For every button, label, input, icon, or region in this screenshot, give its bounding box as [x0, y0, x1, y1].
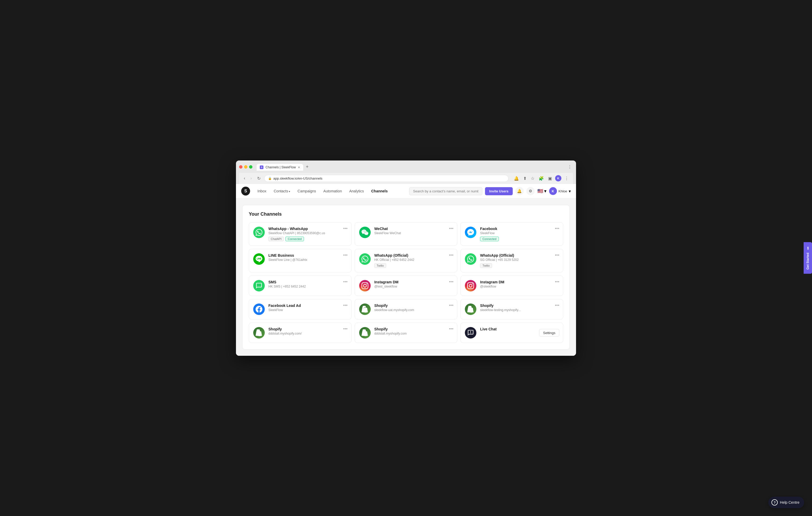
info-icon: ℹ: [806, 246, 810, 251]
nav-inbox[interactable]: Inbox: [254, 187, 269, 195]
nav-automation[interactable]: Automation: [320, 187, 345, 195]
channel-info-facebook: Facebook SleekFlow Connected: [480, 226, 559, 241]
chrome-user-avatar[interactable]: K: [555, 175, 561, 181]
channel-sub: SleekFlow Line | @761aihtx: [268, 258, 347, 262]
channel-badges: Twilio: [480, 263, 559, 268]
channel-card-instagram-test: Instagram DM @test_sleekflow •••: [355, 275, 458, 296]
channel-menu-button[interactable]: •••: [449, 226, 454, 231]
channel-card-instagram-sleekflow: Instagram DM @sleekflow •••: [460, 275, 563, 296]
channel-card-whatsapp-sg: WhatsApp (Official) SG Official | +65 31…: [460, 249, 563, 272]
channel-badges: ChatAPI Connected: [268, 237, 347, 241]
invite-users-button[interactable]: Invite Users: [485, 187, 513, 195]
active-tab[interactable]: S Channels | SleekFlow ×: [257, 164, 303, 171]
channel-info-shopify-ddd1: Shopify dddstall.myshopify.com/: [268, 327, 347, 337]
get-started-button[interactable]: Get Started ℹ: [804, 242, 812, 274]
settings-gear-button[interactable]: ⚙: [526, 187, 535, 195]
minimize-button[interactable]: [244, 165, 248, 169]
channel-icon-instagram: [359, 280, 371, 292]
new-tab-button[interactable]: +: [304, 163, 311, 171]
channel-info-whatsapp-whatsapp: WhatsApp - WhatsApp Sleekflow ChatAPI | …: [268, 226, 347, 241]
channel-icon-line: [253, 253, 265, 265]
maximize-button[interactable]: [249, 165, 253, 169]
browser-window: S Channels | SleekFlow × + ⋮ ‹ › ↻ 🔒 app…: [236, 160, 576, 356]
channel-icon-facebook-messenger: [465, 226, 476, 238]
notification-bell-button[interactable]: 🔔: [515, 187, 524, 195]
channel-info-wechat: WeChat SleekFlow WeChat: [374, 226, 453, 237]
tab-groups-icon[interactable]: ▣: [547, 175, 553, 182]
channel-menu-button[interactable]: •••: [343, 327, 348, 331]
channel-name: WhatsApp - WhatsApp: [268, 226, 347, 231]
share-icon[interactable]: ⬆: [522, 175, 528, 182]
badge-chatapi: ChatAPI: [268, 237, 284, 241]
channel-name: Shopify: [480, 303, 559, 308]
address-text: app.sleekflow.io/en-US/channels: [273, 177, 323, 180]
channel-info-whatsapp-sg: WhatsApp (Official) SG Official | +65 31…: [480, 253, 559, 268]
channel-menu-button[interactable]: •••: [555, 253, 559, 257]
address-bar[interactable]: 🔒 app.sleekflow.io/en-US/channels: [264, 175, 509, 182]
channel-card-whatsapp-hk: WhatsApp (Official) HK Official | +852 6…: [355, 249, 458, 272]
badge-connected: Connected: [285, 237, 304, 241]
back-button[interactable]: ‹: [242, 175, 247, 181]
channel-icon-shopify: [359, 327, 371, 338]
channel-name: Instagram DM: [480, 280, 559, 284]
nav-contacts[interactable]: Contacts: [270, 187, 293, 195]
channel-card-whatsapp-whatsapp: WhatsApp - WhatsApp Sleekflow ChatAPI | …: [249, 222, 352, 246]
app-logo[interactable]: S: [241, 187, 250, 195]
channel-icon-shopify: [359, 303, 371, 315]
user-arrow-icon: ▾: [569, 189, 571, 194]
channel-name: Instagram DM: [374, 280, 453, 284]
channel-sub: SleekFlow: [480, 231, 559, 235]
channel-menu-button[interactable]: •••: [343, 253, 348, 257]
channel-menu-button[interactable]: •••: [343, 226, 348, 231]
channel-menu-button[interactable]: •••: [449, 327, 454, 331]
channel-info-shopify-testing: Shopify sleekflow-testing.myshopify...: [480, 303, 559, 313]
channel-menu-button[interactable]: •••: [343, 279, 348, 284]
channel-menu-button[interactable]: •••: [343, 303, 348, 308]
nav-analytics[interactable]: Analytics: [346, 187, 367, 195]
main-content: Your Channels WhatsApp - WhatsApp Sleekf…: [236, 199, 576, 356]
channel-name: WhatsApp (Official): [480, 253, 559, 257]
close-button[interactable]: [239, 165, 242, 169]
extensions-icon[interactable]: 🧩: [538, 175, 545, 182]
channel-icon-whatsapp: [465, 253, 476, 265]
app-content: S Inbox Contacts Campaigns Automation An…: [236, 184, 576, 356]
nav-campaigns[interactable]: Campaigns: [294, 187, 319, 195]
browser-chrome: S Channels | SleekFlow × + ⋮ ‹ › ↻ 🔒 app…: [236, 160, 576, 184]
channel-name: Shopify: [374, 327, 453, 331]
tab-close-icon[interactable]: ×: [298, 165, 300, 169]
tab-bar: S Channels | SleekFlow × +: [257, 163, 564, 171]
channel-sub: SleekFlow: [268, 308, 347, 312]
channel-icon-shopify: [253, 327, 265, 338]
channel-settings-button[interactable]: Settings: [539, 329, 559, 336]
channel-badges: Connected: [480, 237, 559, 241]
channel-menu-button[interactable]: •••: [449, 303, 454, 308]
channel-menu-button[interactable]: •••: [555, 303, 559, 308]
chrome-menu-icon[interactable]: ⋮: [563, 175, 570, 182]
nav-channels[interactable]: Channels: [368, 187, 391, 195]
channel-name: WeChat: [374, 226, 453, 231]
bookmark-icon[interactable]: ☆: [530, 175, 535, 182]
forward-button[interactable]: ›: [249, 175, 253, 181]
refresh-button[interactable]: ↻: [256, 175, 262, 181]
help-question-icon: ?: [772, 499, 778, 506]
channel-name: Facebook Lead Ad: [268, 303, 347, 308]
badge-connected: Connected: [480, 237, 499, 241]
language-flag-button[interactable]: 🇺🇸 ▾: [537, 188, 547, 194]
search-input[interactable]: [409, 187, 483, 195]
channel-menu-button[interactable]: •••: [555, 279, 559, 284]
channel-menu-button[interactable]: •••: [449, 253, 454, 257]
traffic-lights: [239, 165, 253, 169]
help-centre-button[interactable]: ? Help Centre: [768, 497, 804, 508]
page-title: Your Channels: [249, 211, 563, 217]
channel-menu-button[interactable]: •••: [555, 226, 559, 231]
get-started-label: Get Started: [806, 253, 810, 270]
channel-menu-button[interactable]: •••: [449, 279, 454, 284]
channel-card-shopify-testing: Shopify sleekflow-testing.myshopify... •…: [460, 299, 563, 320]
notifications-icon[interactable]: 🔔: [513, 175, 520, 182]
browser-menu-button[interactable]: ⋮: [567, 163, 573, 171]
channel-name: Shopify: [374, 303, 453, 308]
user-menu-button[interactable]: K Khloe ▾: [549, 187, 571, 195]
channel-name: WhatsApp (Official): [374, 253, 453, 257]
channel-icon-instagram: [465, 280, 476, 292]
channel-sub: @test_sleekflow: [374, 285, 453, 288]
